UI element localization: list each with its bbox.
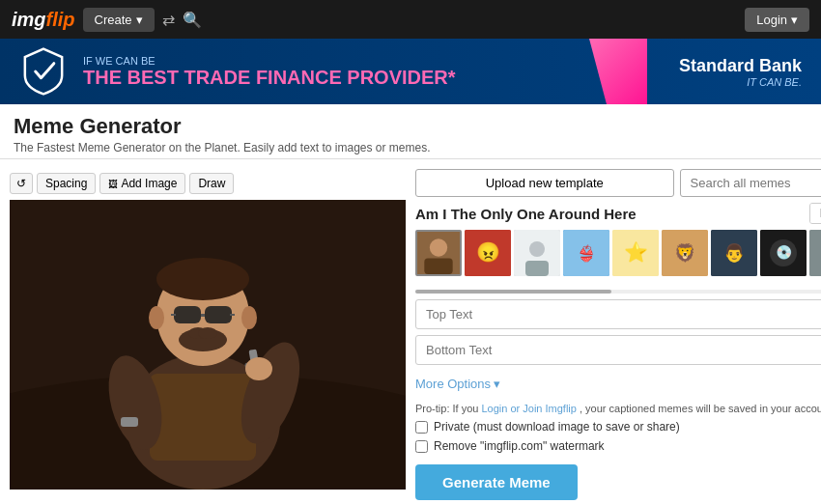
thumbnail-item[interactable]: ⭐ bbox=[612, 230, 659, 276]
chevron-down-icon: ▾ bbox=[791, 13, 798, 27]
private-checkbox[interactable] bbox=[415, 421, 428, 434]
banner-line1: IF WE CAN BE bbox=[83, 55, 456, 67]
svg-rect-15 bbox=[171, 314, 176, 316]
private-label: Private (must download image to save or … bbox=[434, 420, 680, 434]
thumbnail-item[interactable]: 👨 bbox=[711, 230, 757, 276]
generate-button[interactable]: Generate Meme bbox=[415, 464, 578, 500]
tab-my-button[interactable]: My bbox=[810, 204, 821, 223]
svg-point-11 bbox=[156, 258, 249, 300]
watermark-label: Remove "imgflip.com" watermark bbox=[434, 439, 605, 453]
more-options-label: More Options bbox=[415, 377, 491, 391]
undo-button[interactable]: ↺ bbox=[10, 173, 33, 194]
svg-rect-12 bbox=[174, 306, 201, 323]
thumbnail-item[interactable] bbox=[514, 230, 560, 276]
thumbnail-scrollbar-track bbox=[415, 290, 611, 294]
upload-label: Upload new template bbox=[486, 176, 604, 190]
private-checkbox-row: Private (must download image to save or … bbox=[415, 420, 821, 434]
upload-template-button[interactable]: Upload new template bbox=[415, 169, 674, 197]
create-label: Create bbox=[95, 13, 132, 27]
thumbnail-item[interactable]: 👴 bbox=[809, 230, 821, 276]
svg-rect-22 bbox=[121, 417, 138, 427]
search-input[interactable] bbox=[680, 169, 822, 197]
page-subtitle: The Fastest Meme Generator on the Planet… bbox=[14, 141, 807, 154]
banner-line2: THE BEST TRADE FINANCE PROVIDER* bbox=[83, 67, 456, 89]
more-options-row: More Options ▾ Add Text bbox=[415, 371, 821, 397]
chevron-down-icon: ▾ bbox=[136, 13, 143, 27]
svg-point-9 bbox=[245, 357, 272, 380]
header-left: imgflip Create ▾ ⇄ 🔍 bbox=[12, 8, 202, 32]
thumbnail-item[interactable] bbox=[415, 230, 462, 276]
svg-text:🦁: 🦁 bbox=[674, 242, 696, 264]
svg-text:💿: 💿 bbox=[776, 244, 793, 261]
svg-rect-42 bbox=[809, 230, 821, 276]
create-button[interactable]: Create ▾ bbox=[83, 8, 155, 32]
top-text-row: ⚙ bbox=[415, 299, 821, 329]
shield-icon bbox=[19, 47, 68, 96]
svg-point-21 bbox=[241, 306, 257, 329]
logo: imgflip bbox=[12, 9, 75, 31]
page-title-area: Meme Generator The Fastest Meme Generato… bbox=[0, 104, 821, 159]
banner-text: IF WE CAN BE THE BEST TRADE FINANCE PROV… bbox=[83, 55, 456, 89]
image-editor: ↺ Spacing 🖼 Add Image Draw bbox=[10, 169, 406, 500]
meme-controls: Upload new template Am I The Only One Ar… bbox=[415, 169, 821, 500]
more-options-link[interactable]: More Options ▾ bbox=[415, 377, 500, 391]
login-label: Login bbox=[756, 13, 787, 27]
search-icon[interactable]: 🔍 bbox=[183, 11, 202, 29]
draw-button[interactable]: Draw bbox=[189, 173, 234, 194]
generate-label: Generate Meme bbox=[442, 474, 551, 490]
watermark-checkbox-row: Remove "imgflip.com" watermark bbox=[415, 439, 821, 453]
banner-accent bbox=[589, 39, 647, 104]
bank-tagline: IT CAN BE. bbox=[679, 76, 802, 88]
watermark-checkbox[interactable] bbox=[415, 440, 428, 453]
meme-title: Am I The Only One Around Here bbox=[415, 206, 809, 222]
bottom-text-row: ⚙ bbox=[415, 335, 821, 365]
svg-point-29 bbox=[529, 241, 545, 257]
pro-tip-text: Pro-tip: If you bbox=[415, 403, 478, 414]
spacing-button[interactable]: Spacing bbox=[37, 173, 96, 194]
banner: IF WE CAN BE THE BEST TRADE FINANCE PROV… bbox=[0, 39, 821, 104]
thumbnail-scrollbar[interactable] bbox=[415, 290, 821, 294]
header: imgflip Create ▾ ⇄ 🔍 Login ▾ bbox=[0, 0, 821, 39]
tab-group: My Popular bbox=[809, 203, 821, 224]
draw-label: Draw bbox=[198, 177, 225, 190]
action-row: Generate Meme Reset bbox=[415, 459, 821, 500]
svg-point-24 bbox=[430, 238, 447, 256]
svg-rect-30 bbox=[525, 261, 549, 276]
svg-rect-25 bbox=[424, 259, 452, 275]
shuffle-icon[interactable]: ⇄ bbox=[162, 11, 175, 29]
chevron-down-icon: ▾ bbox=[494, 377, 500, 391]
svg-rect-4 bbox=[150, 374, 256, 461]
pro-tip-end: , your captioned memes will be saved in … bbox=[580, 403, 821, 414]
editor-toolbar: ↺ Spacing 🖼 Add Image Draw bbox=[10, 169, 406, 200]
svg-text:⭐: ⭐ bbox=[624, 240, 648, 264]
spacing-label: Spacing bbox=[45, 177, 87, 190]
login-button[interactable]: Login ▾ bbox=[745, 8, 809, 32]
bottom-text-input[interactable] bbox=[415, 335, 821, 365]
search-input-wrap bbox=[680, 169, 822, 197]
thumbnail-item[interactable]: 🦁 bbox=[662, 230, 708, 276]
svg-rect-14 bbox=[201, 314, 205, 317]
meme-image bbox=[10, 200, 406, 490]
tool-wrapper: ↺ Spacing 🖼 Add Image Draw bbox=[0, 159, 821, 504]
svg-rect-16 bbox=[230, 314, 235, 316]
top-text-input[interactable] bbox=[415, 299, 821, 329]
meme-title-row: Am I The Only One Around Here My Popular bbox=[415, 203, 821, 224]
controls-top: Upload new template bbox=[415, 169, 821, 197]
pro-tip: Pro-tip: If you Login or Join Imgflip , … bbox=[415, 403, 821, 414]
add-image-button[interactable]: 🖼 Add Image bbox=[99, 173, 185, 194]
svg-rect-13 bbox=[205, 306, 232, 323]
banner-right: Standard Bank IT CAN BE. bbox=[679, 56, 802, 88]
bank-name: Standard Bank bbox=[679, 56, 802, 76]
svg-text:👙: 👙 bbox=[577, 244, 596, 263]
page-title: Meme Generator bbox=[14, 114, 807, 139]
svg-text:👨: 👨 bbox=[723, 242, 746, 264]
svg-point-20 bbox=[149, 306, 164, 329]
svg-text:😠: 😠 bbox=[476, 240, 500, 264]
svg-point-19 bbox=[198, 327, 217, 339]
thumbnail-item[interactable]: 😠 bbox=[465, 230, 511, 276]
thumbnail-item[interactable]: 👙 bbox=[563, 230, 609, 276]
thumbnail-list: 😠 👙 ⭐ 🦁 👨 💿 👴 😤 bbox=[415, 230, 821, 282]
add-image-label: Add Image bbox=[121, 177, 177, 190]
pro-tip-link[interactable]: Login or Join Imgflip bbox=[481, 403, 576, 414]
thumbnail-item[interactable]: 💿 bbox=[760, 230, 807, 276]
